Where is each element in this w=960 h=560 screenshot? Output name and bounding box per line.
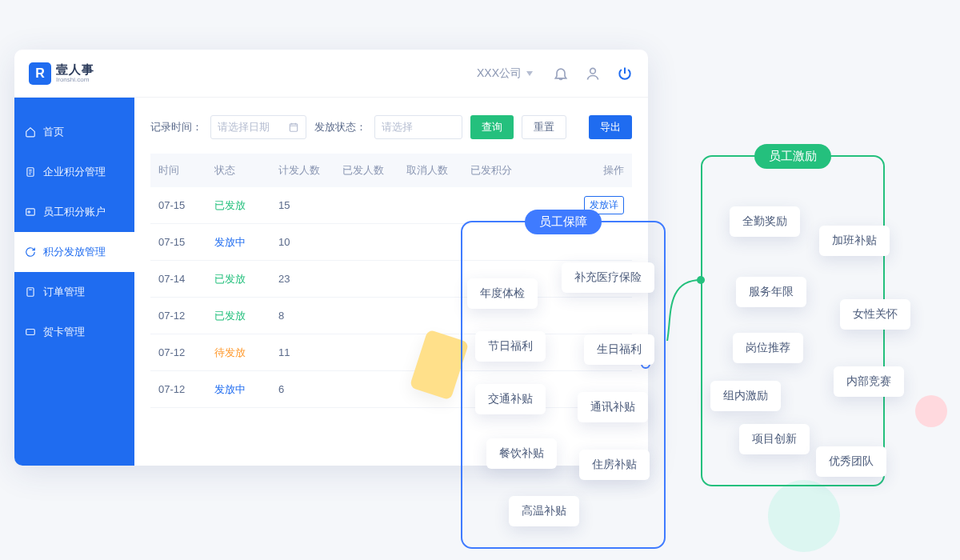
cell-plan: 6: [278, 383, 342, 395]
panel-title: 员工激励: [754, 144, 831, 169]
date-placeholder: 请选择日期: [218, 120, 270, 134]
th-plan: 计发人数: [278, 163, 342, 178]
chip-item: 生日福利: [584, 334, 654, 365]
sidebar-item-orders[interactable]: 订单管理: [14, 272, 134, 312]
brand-badge-icon: R: [29, 62, 51, 85]
status-placeholder: 请选择: [382, 120, 413, 134]
th-status: 状态: [214, 163, 278, 178]
cell-plan: 11: [278, 346, 342, 358]
chip-item: 项目创新: [739, 424, 810, 454]
sidebar-item-cards[interactable]: 贺卡管理: [14, 312, 134, 352]
cell-date: 07-15: [158, 199, 214, 211]
sidebar-item-label: 贺卡管理: [43, 325, 85, 339]
chip-item: 节日福利: [475, 331, 546, 362]
export-button[interactable]: 导出: [589, 115, 632, 139]
svg-point-0: [590, 68, 596, 74]
chip-item: 内部竞赛: [834, 366, 904, 397]
decorative-dot-icon: [768, 480, 840, 552]
decorative-dot-icon: [915, 395, 947, 427]
sidebar: 首页 企业积分管理 员工积分账户 积分发放管理 订单管理 贺卡管理: [14, 98, 134, 466]
chip-item: 岗位推荐: [733, 333, 803, 363]
card-icon: [24, 326, 37, 338]
power-icon[interactable]: [616, 65, 634, 82]
refresh-icon: [24, 246, 37, 258]
query-button[interactable]: 查询: [470, 115, 514, 139]
cell-status: 待发放: [214, 346, 278, 360]
sidebar-item-label: 员工积分账户: [43, 205, 106, 219]
cell-plan: 23: [278, 273, 342, 285]
company-selector[interactable]: XXX公司: [477, 66, 533, 81]
sidebar-item-home[interactable]: 首页: [14, 112, 134, 152]
cell-status: 发放中: [214, 382, 278, 397]
th-ops: 操作: [534, 163, 624, 178]
date-input[interactable]: 请选择日期: [210, 115, 306, 139]
chip-item: 女性关怀: [840, 299, 910, 330]
status-select[interactable]: 请选择: [374, 115, 462, 139]
calendar-icon: [288, 122, 299, 133]
cell-plan: 15: [278, 199, 342, 211]
sidebar-item-employee-points[interactable]: 员工积分账户: [14, 192, 134, 232]
chip-item: 优秀团队: [816, 446, 886, 477]
cell-date: 07-12: [158, 383, 214, 395]
svg-rect-4: [27, 288, 34, 297]
filter-bar: 记录时间： 请选择日期 发放状态： 请选择 查询 重置 导出: [150, 115, 632, 139]
chip-item: 餐饮补贴: [486, 438, 557, 469]
table-header: 时间 状态 计发人数 已发人数 取消人数 已发积分 操作: [150, 154, 632, 187]
home-icon: [24, 126, 37, 138]
user-card-icon: [24, 206, 37, 218]
panel-title: 员工保障: [525, 210, 602, 234]
chip-item: 通讯补贴: [578, 392, 648, 422]
cell-date: 07-15: [158, 236, 214, 248]
sidebar-item-label: 首页: [43, 125, 64, 139]
sidebar-item-label: 订单管理: [43, 285, 85, 299]
sidebar-item-enterprise-points[interactable]: 企业积分管理: [14, 152, 134, 192]
cell-plan: 8: [278, 310, 342, 322]
svg-rect-6: [290, 124, 297, 131]
chip-item: 年度体检: [467, 278, 538, 309]
cell-status: 已发放: [214, 198, 278, 213]
chip-item: 服务年限: [736, 277, 806, 307]
company-name: XXX公司: [477, 66, 522, 81]
th-time: 时间: [158, 163, 214, 178]
cell-status: 已发放: [214, 272, 278, 286]
chip-item: 交通补贴: [475, 384, 546, 414]
chip-item: 住房补贴: [579, 450, 650, 480]
sidebar-item-label: 积分发放管理: [43, 245, 106, 259]
sidebar-item-points-distribution[interactable]: 积分发放管理: [14, 232, 134, 272]
brand-name: 壹人事: [56, 63, 94, 75]
app-header: R 壹人事 Ironshi.com XXX公司: [14, 50, 648, 98]
cell-date: 07-14: [158, 273, 214, 285]
order-icon: [24, 286, 37, 298]
cell-date: 07-12: [158, 310, 214, 322]
document-icon: [24, 166, 37, 178]
th-sent: 已发人数: [342, 163, 406, 178]
chip-item: 加班补贴: [819, 226, 890, 256]
th-points: 已发积分: [470, 163, 534, 178]
brand-domain: Ironshi.com: [56, 77, 94, 83]
svg-rect-5: [26, 330, 35, 335]
reset-button[interactable]: 重置: [522, 115, 566, 139]
chevron-down-icon: [526, 71, 533, 76]
filter-time-label: 记录时间：: [150, 120, 202, 134]
cell-date: 07-12: [158, 346, 214, 358]
th-cancel: 取消人数: [406, 163, 470, 178]
filter-status-label: 发放状态：: [314, 120, 366, 134]
chip-item: 高温补贴: [509, 496, 579, 526]
chip-item: 组内激励: [710, 381, 781, 411]
cell-plan: 10: [278, 236, 342, 248]
user-icon[interactable]: [584, 65, 602, 82]
chip-item: 补充医疗保险: [562, 262, 654, 293]
svg-point-3: [28, 211, 30, 213]
cell-status: 发放中: [214, 235, 278, 250]
bell-icon[interactable]: [552, 65, 570, 82]
brand-logo: R 壹人事 Ironshi.com: [29, 62, 94, 85]
chip-item: 全勤奖励: [730, 206, 800, 237]
cell-status: 已发放: [214, 309, 278, 323]
sidebar-item-label: 企业积分管理: [43, 165, 106, 179]
